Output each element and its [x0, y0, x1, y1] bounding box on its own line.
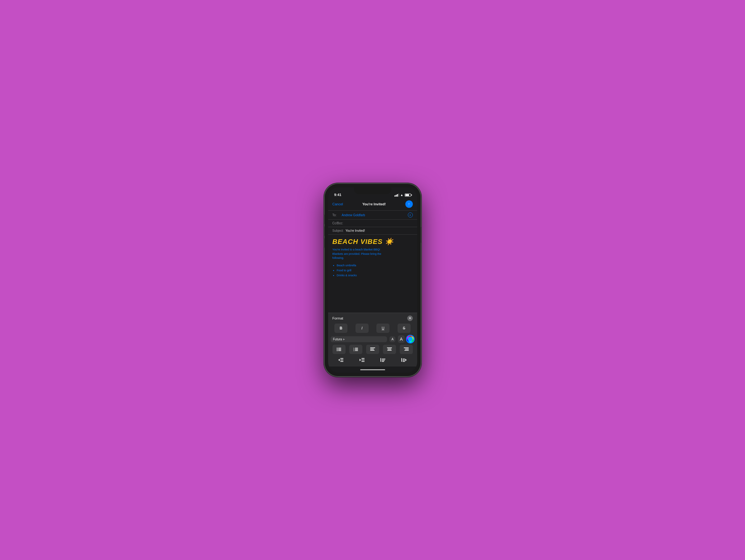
color-wheel-inner: [408, 337, 413, 342]
email-list: Beach umbrella Food to grill Drinks & sn…: [332, 263, 413, 278]
svg-point-2: [336, 349, 337, 350]
subject-label: Subject:: [332, 229, 344, 233]
quote-button[interactable]: [377, 355, 389, 364]
to-label: To:: [332, 213, 340, 217]
list-item: Drinks & snacks: [337, 273, 413, 278]
list-ordered-icon: 1. 2. 3.: [353, 347, 358, 352]
cancel-button[interactable]: Cancel: [332, 202, 343, 206]
format-header: Format ✕: [328, 313, 417, 322]
list-unordered-icon: [336, 347, 342, 352]
color-picker-button[interactable]: [406, 335, 415, 344]
phone-device: 9:41 ▲ Cance: [324, 183, 421, 377]
status-time: 9:41: [334, 193, 342, 197]
svg-rect-24: [340, 361, 344, 362]
font-size-decrease-button[interactable]: A: [389, 336, 395, 342]
svg-rect-18: [404, 348, 409, 348]
indent-decrease-button[interactable]: [334, 355, 348, 364]
signal-icon: [394, 194, 399, 197]
compose-toolbar: Cancel You're Invited! ↑: [328, 198, 417, 210]
svg-rect-1: [338, 348, 341, 348]
signal-bar-1: [394, 196, 395, 197]
list-ordered-button[interactable]: 1. 2. 3.: [349, 345, 362, 354]
svg-rect-23: [340, 360, 344, 360]
svg-rect-31: [382, 360, 385, 360]
subject-value[interactable]: You're Invited!: [346, 229, 365, 233]
text-style-row: B I U S: [328, 322, 417, 334]
quote-increase-button[interactable]: [397, 355, 411, 364]
indent-increase-button[interactable]: [356, 355, 368, 364]
align-left-icon: [370, 348, 375, 351]
font-row: Futura ▶ A A: [328, 334, 417, 344]
svg-rect-34: [402, 359, 405, 359]
strikethrough-button[interactable]: S: [397, 323, 411, 333]
font-selector-button[interactable]: Futura ▶: [331, 336, 387, 342]
send-button[interactable]: ↑: [406, 200, 413, 208]
home-indicator: [328, 366, 417, 373]
svg-marker-21: [338, 359, 339, 361]
svg-rect-27: [361, 360, 364, 360]
font-size-large-label: A: [400, 337, 402, 342]
signal-bar-2: [396, 195, 397, 197]
mail-compose: Cancel You're Invited! ↑ To: Andrew Gold…: [328, 198, 417, 373]
svg-rect-16: [388, 349, 391, 349]
svg-rect-28: [361, 361, 364, 362]
bold-button[interactable]: B: [334, 323, 348, 333]
add-recipient-button[interactable]: +: [408, 212, 413, 217]
email-body[interactable]: BEACH VIBES ☀️ You're invited to a beach…: [328, 234, 417, 313]
quote-increase-icon: [401, 358, 407, 362]
align-left-button[interactable]: [366, 345, 379, 354]
align-center-button[interactable]: [383, 345, 396, 354]
email-intro: You're invited to a beach blanket BBQ! B…: [332, 248, 413, 260]
svg-rect-11: [355, 350, 358, 351]
svg-rect-14: [370, 350, 375, 351]
svg-rect-3: [338, 349, 341, 350]
svg-rect-32: [382, 361, 384, 362]
to-value[interactable]: Andrew Goldfarb: [342, 213, 408, 217]
indent-decrease-icon: [338, 358, 344, 362]
cc-label: Cc/Bcc:: [332, 221, 343, 225]
svg-rect-9: [355, 349, 358, 350]
underline-button[interactable]: U: [377, 323, 389, 333]
align-right-icon: [404, 348, 409, 351]
list-item: Food to grill: [337, 268, 413, 273]
svg-rect-22: [340, 358, 344, 359]
svg-rect-12: [370, 348, 375, 348]
svg-rect-13: [370, 349, 374, 349]
alignment-row: 1. 2. 3.: [328, 344, 417, 355]
svg-rect-35: [402, 360, 405, 360]
close-icon: ✕: [409, 317, 411, 320]
align-right-button[interactable]: [400, 345, 413, 354]
font-size-small-label: A: [391, 338, 393, 341]
svg-rect-26: [361, 358, 364, 359]
italic-button[interactable]: I: [356, 323, 368, 333]
list-unordered-button[interactable]: [332, 345, 346, 354]
svg-rect-15: [387, 348, 392, 348]
signal-bar-4: [398, 194, 399, 197]
svg-rect-20: [404, 350, 409, 351]
subject-field-row: Subject: You're Invited!: [328, 227, 417, 234]
cc-field-row: Cc/Bcc:: [328, 219, 417, 227]
font-size-increase-button[interactable]: A: [398, 336, 404, 343]
signal-bar-3: [397, 194, 398, 197]
chevron-right-icon: ▶: [343, 338, 345, 341]
format-panel: Format ✕ B I U S: [328, 313, 417, 366]
battery-icon: [405, 194, 411, 197]
svg-text:3.: 3.: [353, 350, 355, 352]
format-close-button[interactable]: ✕: [407, 315, 413, 321]
list-item: Beach umbrella: [337, 263, 413, 268]
svg-point-4: [336, 350, 337, 351]
quote-icon: [381, 358, 385, 362]
format-title: Format: [332, 316, 344, 320]
phone-notch: [354, 187, 391, 194]
wifi-icon: ▲: [400, 193, 403, 197]
svg-rect-17: [387, 350, 392, 351]
svg-marker-25: [360, 359, 361, 361]
svg-rect-19: [405, 349, 409, 349]
svg-rect-33: [401, 358, 402, 362]
compose-title: You're Invited!: [362, 202, 386, 206]
home-bar: [360, 369, 385, 370]
svg-marker-37: [406, 359, 407, 361]
to-field-row: To: Andrew Goldfarb +: [328, 210, 417, 219]
svg-rect-5: [338, 350, 341, 351]
phone-screen: 9:41 ▲ Cance: [328, 187, 417, 373]
